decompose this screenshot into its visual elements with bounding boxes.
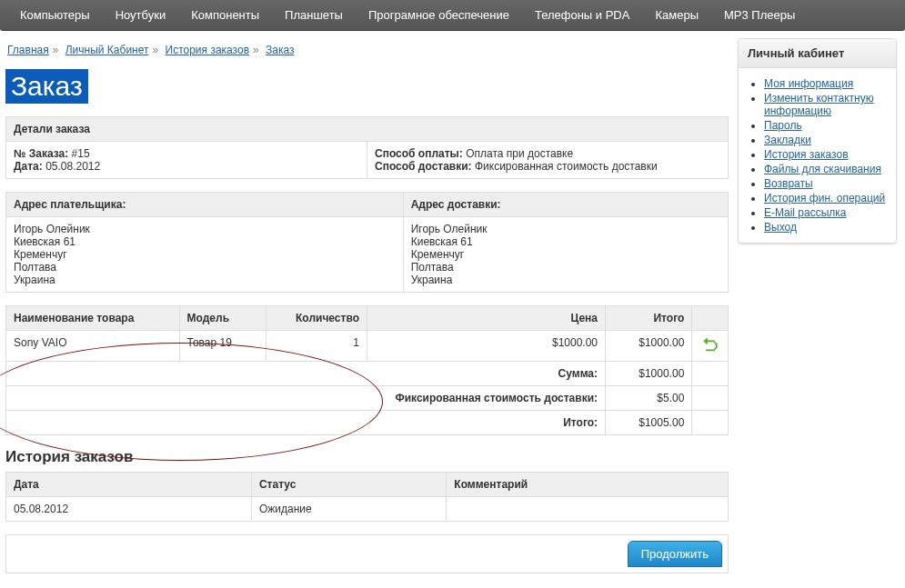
sidebar: Личный кабинет Моя информация Изменить к… <box>738 38 897 573</box>
account-box: Личный кабинет Моя информация Изменить к… <box>738 38 897 244</box>
side-link-logout[interactable]: Выход <box>764 221 797 234</box>
return-icon[interactable]: ⮌ <box>702 336 719 355</box>
sidebox-header: Личный кабинет <box>739 39 896 68</box>
side-link-downloads[interactable]: Файлы для скачивания <box>764 163 881 175</box>
crumb-account[interactable]: Личный Кабинет <box>65 44 149 56</box>
cell-name: Sony VAIO <box>6 331 180 362</box>
col-name: Наименование товара <box>6 306 180 331</box>
subtotal-label: Сумма: <box>558 367 598 380</box>
nav-item-components[interactable]: Компоненты <box>178 0 272 31</box>
nav-item-software[interactable]: Програмное обеспечение <box>356 0 522 31</box>
nav-item-phones[interactable]: Телефоны и PDA <box>522 0 643 31</box>
nav-item-tablets[interactable]: Планшеты <box>272 0 356 31</box>
col-price: Цена <box>367 306 605 331</box>
ship-header: Адрес доставки: <box>403 193 728 217</box>
breadcrumb: Главная» Личный Кабинет» История заказов… <box>7 44 729 56</box>
side-link-password[interactable]: Пароль <box>764 119 802 132</box>
hcol-status: Статус <box>251 473 446 497</box>
nav-item-computers[interactable]: Компьютеры <box>7 0 103 31</box>
grand-value: $1005.00 <box>606 411 692 435</box>
payer-header: Адрес плательщика: <box>6 193 404 217</box>
col-qty: Количество <box>266 306 367 331</box>
col-total: Итого <box>606 306 692 331</box>
side-link-transactions[interactable]: История фин. операций <box>764 192 885 204</box>
page-title: Заказ <box>5 69 88 104</box>
details-right: Способ оплаты: Оплата при доставке Спосо… <box>367 142 729 179</box>
cell-model: Товар 19 <box>179 331 266 362</box>
top-nav: Компьютеры Ноутбуки Компоненты Планшеты … <box>0 0 905 31</box>
details-left: № Заказа: #15 Дата: 05.08.2012 <box>6 142 367 179</box>
ship-value: $5.00 <box>606 386 692 411</box>
order-details-table: Детали заказа № Заказа: #15 Дата: 05.08.… <box>5 116 729 179</box>
hcol-comment: Комментарий <box>447 473 729 497</box>
details-header: Детали заказа <box>6 117 729 142</box>
grand-label: Итого: <box>563 416 598 429</box>
side-link-info[interactable]: Моя информация <box>764 77 853 90</box>
nav-item-mp3[interactable]: MP3 Плееры <box>711 0 808 31</box>
col-model: Модель <box>179 306 266 331</box>
crumb-history[interactable]: История заказов <box>166 44 250 56</box>
nav-item-cameras[interactable]: Камеры <box>642 0 711 31</box>
history-table: Дата Статус Комментарий 05.08.2012 Ожида… <box>5 472 729 522</box>
payer-address: Игорь Олейник Киевская 61 Кременчуг Полт… <box>6 217 404 293</box>
side-link-newsletter[interactable]: E-Mail рассылка <box>764 206 847 219</box>
continue-button[interactable]: Продолжить <box>628 541 722 567</box>
crumb-order[interactable]: Заказ <box>266 44 294 56</box>
side-link-orders[interactable]: История заказов <box>764 148 849 161</box>
cell-total: $1000.00 <box>606 331 692 362</box>
crumb-home[interactable]: Главная <box>7 44 49 56</box>
side-link-contact[interactable]: Изменить контактную информацию <box>764 92 874 117</box>
address-table: Адрес плательщика: Адрес доставки: Игорь… <box>5 192 729 293</box>
hcell-comment <box>447 497 729 522</box>
subtotal-value: $1000.00 <box>606 362 692 386</box>
cell-price: $1000.00 <box>367 331 605 362</box>
cell-qty: 1 <box>266 331 367 362</box>
ship-address: Игорь Олейник Киевская 61 Кременчуг Полт… <box>403 217 728 293</box>
table-row: Sony VAIO Товар 19 1 $1000.00 $1000.00 ⮌ <box>6 331 729 362</box>
ship-label: Фиксированная стоимость доставки: <box>395 392 598 404</box>
hcell-date: 05.08.2012 <box>6 497 252 522</box>
side-link-bookmarks[interactable]: Закладки <box>764 134 811 146</box>
hcell-status: Ожидание <box>251 497 446 522</box>
hcol-date: Дата <box>6 473 252 497</box>
items-table: Наименование товара Модель Количество Це… <box>5 305 729 435</box>
nav-item-laptops[interactable]: Ноутбуки <box>103 0 179 31</box>
table-row: 05.08.2012 Ожидание <box>6 497 729 522</box>
side-link-returns[interactable]: Возвраты <box>764 177 813 190</box>
history-header: История заказов <box>5 448 729 466</box>
main-content: Главная» Личный Кабинет» История заказов… <box>5 38 729 573</box>
